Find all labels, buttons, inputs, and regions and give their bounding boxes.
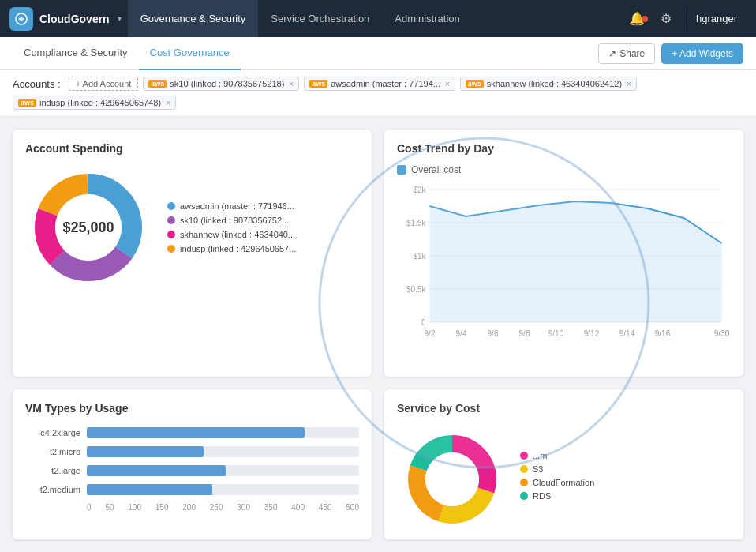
bar-fill-t2medium [87,484,212,495]
brand-chevron-icon[interactable]: ▾ [118,14,122,23]
x-label-9-2: 9/2 [425,329,436,338]
cost-trend-legend: Overall cost [397,164,731,175]
share-button[interactable]: ↗ Share [598,43,655,64]
bar-row-t2medium: t2.medium [25,484,359,495]
legend-dot-s3 [520,465,528,473]
legend-dot-skhannew [167,231,175,238]
legend-awsadmin: awsadmin (master : 771946... [167,201,296,211]
y-label-0.5k: $0.5k [406,285,426,294]
aws-badge: aws [148,80,167,88]
x-label-9-8: 9/8 [519,329,530,338]
bar-row-t2micro: t2.micro [25,446,359,457]
bar-label-t2large: t2.large [25,466,80,475]
add-account-button[interactable]: + Add Account [69,77,139,91]
bar-track-t2large [87,465,359,476]
tab-compliance-security[interactable]: Compliance & Security [13,37,139,70]
vm-types-title: VM Types by Usage [25,402,359,415]
legend-m: ...m [520,451,594,460]
overall-cost-legend-dot [397,165,406,175]
remove-account-indusp[interactable]: × [166,99,170,107]
legend-indusp: indusp (linked : 4296450657... [167,244,296,253]
bar-label-t2medium: t2.medium [25,485,80,494]
share-icon: ↗ [608,48,616,59]
nav-governance-security[interactable]: Governance & Security [128,0,259,37]
line-chart-area: $2k $1.5k $1k $0.5k 0 9/2 9/4 9/6 9/8 9/… [397,182,731,364]
legend-skhannew: skhannew (linked : 4634040... [167,230,296,239]
legend-s3: S3 [520,464,594,474]
nav-administration[interactable]: Administration [382,0,472,37]
service-section: ...m S3 CloudFormation RDS [397,424,731,527]
legend-dot-rds [520,492,528,500]
brand-logo [9,7,33,31]
legend-cloudformation: CloudFormation [520,478,594,487]
aws-badge: aws [466,80,484,88]
account-tag-sk10: aws sk10 (linked : 907835675218) × [143,77,299,91]
service-donut-wrap [397,424,507,527]
x-label-9-16: 9/16 [655,329,671,338]
bar-label-c4: c4.2xlarge [25,428,80,437]
y-label-1.5k: $1.5k [406,219,426,227]
bar-fill-t2large [87,465,226,476]
cost-trend-card: Cost Trend by Day Overall cost $2k $1.5k… [384,130,743,377]
bar-label-t2micro: t2.micro [25,447,80,456]
donut-section: $25,000 awsadmin (master : 771946... sk1… [25,164,359,291]
bar-track-t2micro [87,446,359,457]
sub-navigation: Compliance & Security Cost Governance ↗ … [0,37,756,70]
add-widgets-button[interactable]: + Add Widgets [661,43,743,64]
aws-badge: aws [309,80,327,88]
donut-chart: $25,000 [25,164,152,291]
x-label-9-30: 9/30 [714,329,730,338]
account-spending-title: Account Spending [25,142,359,155]
cost-trend-title: Cost Trend by Day [397,142,731,155]
y-label-2k: $2k [413,186,426,194]
user-menu[interactable]: hgranger [687,13,747,24]
line-chart-svg: $2k $1.5k $1k $0.5k 0 9/2 9/4 9/6 9/8 9/… [397,182,731,355]
x-label-9-10: 9/10 [548,329,564,338]
service-by-cost-title: Service by Cost [397,402,731,415]
x-label-9-14: 9/14 [619,329,635,338]
legend-dot-indusp [167,245,175,253]
account-tag-awsadmin: aws awsadmin (master : 77194... × [304,77,455,91]
bar-track-c4 [87,427,359,438]
remove-account-skhannew[interactable]: × [627,80,631,88]
notification-badge [642,16,648,22]
bar-chart: c4.2xlarge t2.micro t2.large t2.medium [25,424,359,515]
top-navigation: CloudGovern ▾ Governance & Security Serv… [0,0,756,37]
main-content: Account Spending $25,000 [0,117,756,552]
remove-account-awsadmin[interactable]: × [445,80,450,88]
legend-dot-m [520,452,528,460]
line-fill-path [430,201,722,322]
legend-dot-cloudformation [520,479,528,486]
notifications-icon[interactable]: 🔔 [621,11,653,26]
y-label-0: 0 [421,318,426,327]
brand-name: CloudGovern [39,13,110,25]
bar-track-t2medium [87,484,359,495]
legend-sk10: sk10 (linked : 9078356752... [167,216,296,225]
remove-account-sk10[interactable]: × [289,80,294,88]
bar-row-c4: c4.2xlarge [25,427,359,438]
nav-service-orchestration[interactable]: Service Orchestration [258,0,382,37]
settings-icon[interactable]: ⚙ [653,11,679,26]
legend-dot-sk10 [167,216,175,224]
tab-cost-governance[interactable]: Cost Governance [139,37,241,70]
aws-badge: aws [18,99,36,107]
service-legend: ...m S3 CloudFormation RDS [520,451,594,501]
svg-point-12 [425,452,479,506]
bar-row-t2large: t2.large [25,465,359,476]
x-label-9-12: 9/12 [584,329,600,338]
legend-dot-awsadmin [167,202,175,210]
accounts-row: Accounts : + Add Account aws sk10 (linke… [0,70,756,117]
bar-fill-t2micro [87,446,204,457]
y-label-1k: $1k [413,252,426,261]
brand[interactable]: CloudGovern ▾ [9,7,122,31]
x-label-9-4: 9/4 [456,329,467,338]
vm-types-card: VM Types by Usage c4.2xlarge t2.micro t2… [13,389,372,539]
service-by-cost-card: Service by Cost [384,389,743,539]
nav-divider [683,7,683,31]
x-label-9-6: 9/6 [488,329,499,338]
account-tag-skhannew: aws skhannew (linked : 463404062412) × [460,77,637,91]
accounts-label: Accounts : [13,78,61,90]
donut-total: $25,000 [62,220,114,236]
bar-fill-c4 [87,427,305,438]
legend-rds: RDS [520,491,594,501]
